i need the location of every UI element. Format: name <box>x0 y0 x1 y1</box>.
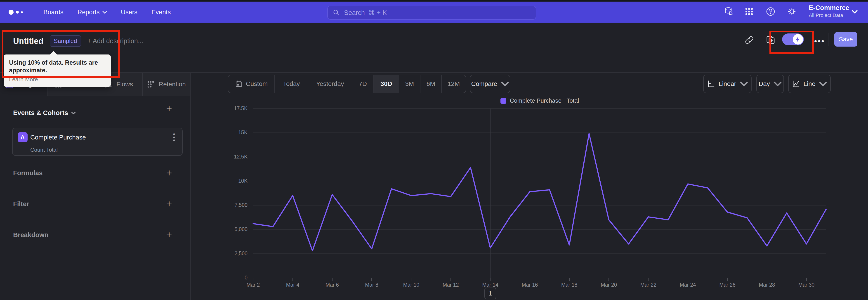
x-axis-tick <box>451 278 451 281</box>
x-axis-tick <box>253 278 253 281</box>
x-axis-tick <box>727 278 727 281</box>
x-axis-tick <box>332 278 333 281</box>
x-axis-label: Mar 6 <box>316 282 348 288</box>
tooltip-arrow <box>50 51 57 55</box>
y-axis-label: 5,000 <box>216 226 248 232</box>
x-axis-label: Mar 12 <box>435 282 467 288</box>
sampling-tooltip: Using 10% of data. Results are approxima… <box>4 55 111 87</box>
line-chart: 02,5005,0007,50010K12.5K15K17.5KMar 2Mar… <box>0 0 868 300</box>
x-axis-label: Mar 2 <box>237 282 269 288</box>
x-axis-label: Mar 20 <box>593 282 625 288</box>
x-axis-tick <box>292 278 293 281</box>
x-axis-label: Mar 28 <box>751 282 783 288</box>
x-axis-tick <box>648 278 649 281</box>
x-axis-label: Mar 24 <box>672 282 704 288</box>
x-axis-label: Mar 16 <box>514 282 546 288</box>
y-axis-label: 17.5K <box>216 106 248 112</box>
x-axis-tick <box>371 278 372 281</box>
x-axis-tick <box>767 278 767 281</box>
y-axis-label: 7,500 <box>216 202 248 208</box>
x-axis-tick <box>609 278 609 281</box>
x-axis-tick <box>569 278 569 281</box>
x-axis-label: Mar 10 <box>395 282 427 288</box>
x-axis-label: Mar 8 <box>356 282 388 288</box>
x-axis-label: Mar 26 <box>712 282 743 288</box>
chart-canvas[interactable] <box>253 109 826 278</box>
learn-more-link[interactable]: Learn More <box>9 76 38 83</box>
y-axis-label: 2,500 <box>216 250 248 257</box>
x-axis-tick <box>530 278 530 281</box>
x-axis-label: Mar 22 <box>632 282 664 288</box>
x-axis-label: Mar 18 <box>554 282 585 288</box>
tooltip-text: Using 10% of data. Results are approxima… <box>9 59 105 74</box>
x-axis-label: Mar 4 <box>277 282 309 288</box>
series-line-complete-purchase <box>253 133 826 251</box>
x-axis-tick <box>806 278 807 281</box>
pagination-page-1[interactable]: 1 <box>485 288 496 299</box>
y-axis-label: 12.5K <box>216 154 248 160</box>
y-axis-label: 15K <box>216 129 248 136</box>
app-window: Boards Reports Users Events E-Commerce A… <box>0 0 868 300</box>
x-axis-tick <box>490 278 491 281</box>
x-axis-tick <box>411 278 411 281</box>
y-axis-label: 10K <box>216 178 248 184</box>
x-axis-label: Mar 14 <box>474 282 506 288</box>
y-axis-label: 0 <box>216 275 248 281</box>
x-axis-label: Mar 30 <box>791 282 822 288</box>
x-axis-tick <box>688 278 688 281</box>
